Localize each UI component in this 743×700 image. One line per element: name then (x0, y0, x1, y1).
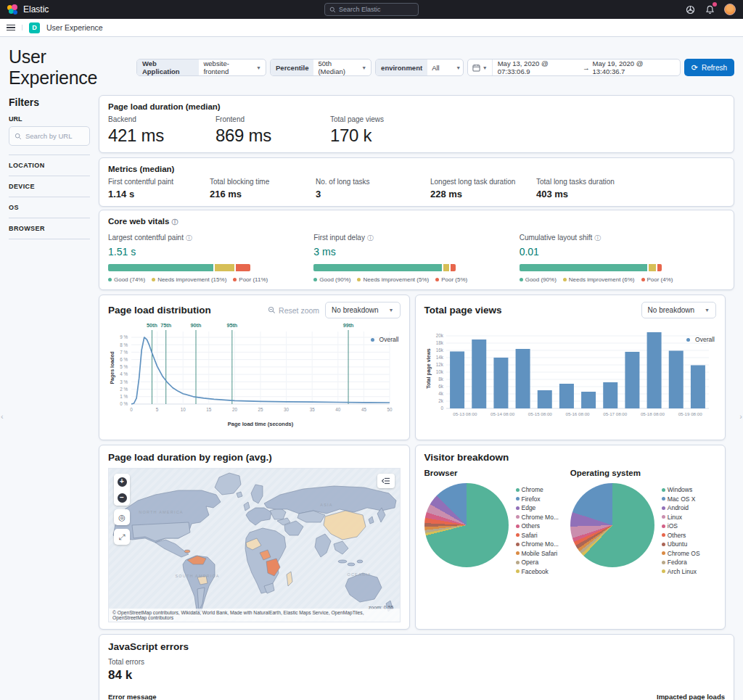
browser-pie-legend: ChromeFirefoxEdgeChrome Mo...OthersSafar… (516, 483, 559, 575)
panel-title: Page load duration (median) (108, 102, 725, 111)
svg-text:3 %: 3 % (120, 379, 128, 384)
deployment-icon[interactable] (685, 4, 695, 15)
legend-item-safari[interactable]: Safari (516, 532, 559, 539)
legend-item-others[interactable]: Others (516, 522, 559, 530)
distribution-breakdown-select[interactable]: No breakdown▼ (325, 302, 400, 318)
map-locate-button[interactable]: ◎ (114, 509, 130, 525)
legend-item-firefox[interactable]: Firefox (516, 495, 559, 503)
date-range-picker[interactable]: ▼ May 13, 2020 @ 07:33:06.9 → May 19, 20… (467, 59, 681, 76)
chart-legend[interactable]: Overall (371, 336, 399, 343)
date-range-end[interactable]: May 19, 2020 @ 13:40:36.7 (592, 59, 674, 75)
panel-title: Core web vitalsⓘ (108, 217, 725, 227)
map-zoom-out-button[interactable]: − (114, 490, 130, 506)
filter-section-os[interactable]: OS (9, 197, 90, 218)
elastic-logo[interactable]: Elastic (7, 4, 49, 15)
alerts-bell-icon[interactable] (705, 4, 715, 15)
scroll-left-chevron[interactable]: ‹ (1, 412, 4, 421)
info-icon[interactable]: ⓘ (594, 234, 601, 242)
map-attribution[interactable]: © OpenStreetMap contributors, Wikidata, … (109, 609, 400, 622)
info-icon[interactable]: ⓘ (171, 218, 178, 226)
refresh-button[interactable]: ⟳ Refresh (684, 59, 734, 76)
vital-bar (520, 264, 662, 271)
total-page-views-panel: Total page views No breakdown▼ 02k4k6k8k… (415, 295, 726, 440)
service-filter[interactable]: Web Application website-frontend▼ (136, 59, 266, 76)
page-load-distribution-chart[interactable]: 0 %1 %2 %3 %4 %5 %6 %7 %8 %9 %0510152025… (108, 320, 401, 433)
legend-item-fedora[interactable]: Fedora (662, 559, 700, 566)
legend-item-linux[interactable]: Linux (662, 514, 700, 521)
chevron-down-icon: ▼ (389, 308, 394, 313)
map-layers-toggle[interactable] (377, 474, 395, 488)
legend-item-chrome[interactable]: Chrome (516, 486, 559, 493)
menu-hamburger-icon[interactable] (7, 25, 22, 31)
legend-dot (371, 338, 374, 342)
views-breakdown-select[interactable]: No breakdown▼ (641, 302, 716, 318)
vital-largest-contentful-paint: Largest contentful paintⓘ1.51 sGood (74%… (108, 234, 313, 283)
panel-title: JavaScript errors (108, 641, 725, 652)
svg-text:05-15 08:00: 05-15 08:00 (528, 411, 552, 416)
reset-zoom-button[interactable]: Reset zoom (268, 306, 319, 315)
info-icon[interactable]: ⓘ (367, 234, 374, 242)
svg-text:35: 35 (310, 407, 316, 412)
core-web-vitals-panel: Core web vitalsⓘ Largest contentful pain… (99, 210, 734, 290)
world-map[interactable]: NORTH AMERICA SOUTH AMERICA ASIA OCEANIA… (108, 468, 401, 622)
legend-item-mac-os-x[interactable]: Mac OS X (662, 495, 700, 503)
panel-title: Visitor breakdown (424, 452, 717, 463)
legend-item-ios[interactable]: iOS (662, 522, 700, 530)
environment-filter[interactable]: environment All▼ (375, 59, 464, 76)
filter-section-browser[interactable]: BROWSER (9, 218, 90, 239)
os-pie-chart[interactable] (570, 483, 654, 567)
legend-item-others[interactable]: Others (662, 532, 700, 539)
svg-text:05-14 08:00: 05-14 08:00 (490, 411, 515, 416)
total-page-views-chart[interactable]: 02k4k6k8k10k12k14k16k18k20k05-13 08:0005… (424, 320, 717, 433)
svg-text:99th: 99th (343, 322, 354, 329)
stat-backend: Backend421 ms (108, 115, 215, 146)
legend-item-chrome-os[interactable]: Chrome OS (662, 550, 700, 557)
stat-longest-long-task-duration: Longest long task duration228 ms (430, 178, 536, 199)
filters-sidebar: Filters URL Search by URL LOCATIONDEVICE… (0, 95, 99, 239)
chart-legend[interactable]: Overall (686, 336, 715, 343)
legend-item-ubuntu[interactable]: Ubuntu (662, 540, 700, 548)
legend-item-android[interactable]: Android (662, 504, 700, 511)
elastic-logo-icon (7, 4, 18, 15)
column-header-error-message[interactable]: Error message (108, 690, 646, 700)
errors-table: Error message Impacted page loads Script… (108, 690, 725, 700)
filters-heading: Filters (9, 96, 90, 108)
legend-item-chrome-mo-[interactable]: Chrome Mo... (516, 514, 559, 521)
user-avatar[interactable] (724, 4, 736, 15)
legend-item-edge[interactable]: Edge (516, 504, 559, 511)
svg-text:50: 50 (387, 407, 393, 412)
stat-total-blocking-time: Total blocking time216 ms (210, 178, 316, 199)
map-fullscreen-button[interactable]: ⤢ (114, 529, 130, 545)
browser-pie-chart[interactable] (424, 483, 509, 567)
filter-section-location[interactable]: LOCATION (9, 155, 90, 176)
legend-item-opera[interactable]: Opera (516, 559, 559, 566)
global-header: Elastic Search Elastic (0, 0, 743, 19)
svg-text:6 %: 6 % (120, 357, 128, 362)
svg-text:Pages loaded: Pages loaded (110, 351, 115, 384)
brand-name: Elastic (23, 4, 49, 15)
svg-text:75th: 75th (160, 322, 171, 329)
app-badge[interactable]: D (29, 22, 40, 33)
service-filter-value: website-frontend (203, 59, 253, 75)
scroll-right-chevron[interactable]: › (739, 412, 742, 421)
svg-text:7 %: 7 % (120, 350, 128, 355)
legend-item-mobile-safari[interactable]: Mobile Safari (516, 550, 559, 557)
date-range-start[interactable]: May 13, 2020 @ 07:33:06.9 (498, 59, 580, 75)
legend-item-facebook[interactable]: Facebook (516, 568, 559, 575)
filter-section-device[interactable]: DEVICE (9, 176, 90, 197)
column-header-impacted[interactable]: Impacted page loads (646, 690, 725, 700)
legend-item-windows[interactable]: Windows (662, 486, 700, 493)
legend-item-chrome-mo-[interactable]: Chrome Mo... (516, 540, 559, 548)
svg-text:50th: 50th (147, 322, 157, 329)
calendar-button[interactable]: ▼ (468, 59, 493, 75)
breadcrumb[interactable]: User Experience (46, 23, 103, 32)
url-search-input[interactable]: Search by URL (9, 126, 90, 146)
percentile-filter[interactable]: Percentile 50th (Median)▼ (270, 59, 372, 76)
global-search-placeholder: Search Elastic (339, 6, 381, 13)
map-zoom-in-button[interactable]: + (114, 474, 130, 490)
map-label: ASIA (320, 503, 332, 507)
legend-item-arch-linux[interactable]: Arch Linux (662, 568, 700, 575)
svg-text:4 %: 4 % (120, 371, 128, 376)
global-search-input[interactable]: Search Elastic (324, 3, 419, 16)
info-icon[interactable]: ⓘ (186, 234, 192, 242)
